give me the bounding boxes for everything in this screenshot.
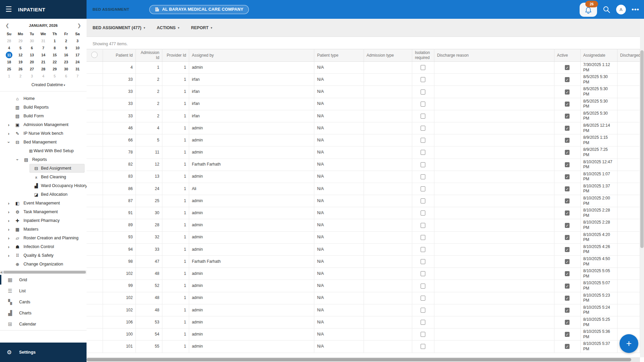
isolation-required-checkbox[interactable] [421,223,425,228]
calendar-day[interactable]: 5 [15,44,26,51]
sidebar-item-task-management[interactable]: ›⚙Task Management [0,207,87,216]
active-checkbox[interactable]: ✓ [565,259,570,264]
calendar-day[interactable]: 1 [49,37,60,44]
chevron-right-icon[interactable]: › [7,201,11,206]
active-checkbox[interactable]: ✓ [565,223,570,228]
active-checkbox[interactable]: ✓ [565,138,570,143]
chevron-right-icon[interactable]: › [7,209,11,215]
calendar-day[interactable]: 28 [38,65,49,72]
calendar-day[interactable]: 7 [38,44,49,51]
calendar-day[interactable]: 3 [26,72,38,79]
active-checkbox[interactable]: ✓ [565,174,570,179]
scrollbar-thumb[interactable] [640,50,644,248]
calendar-day[interactable]: 1 [3,72,15,79]
avatar[interactable]: A [616,5,626,14]
calendar-day[interactable]: 4 [3,44,15,51]
actions-dropdown[interactable]: ACTIONS▼ [157,25,180,30]
table-row[interactable]: 99521adminN/A✓8/10/2025 5:07 PM [87,280,640,292]
calendar-day[interactable]: 28 [3,37,15,44]
isolation-required-checkbox[interactable] [421,332,425,337]
isolation-required-checkbox[interactable] [421,186,425,191]
active-checkbox[interactable]: ✓ [565,77,570,82]
sidebar-item-home[interactable]: ⌂Home [0,94,87,103]
scrollbar-thumb[interactable] [3,271,86,274]
chevron-right-icon[interactable]: › [7,244,11,249]
isolation-required-checkbox[interactable] [421,126,425,131]
active-checkbox[interactable]: ✓ [565,247,570,252]
calendar-day[interactable]: 2 [15,72,26,79]
active-checkbox[interactable]: ✓ [565,150,570,155]
calendar-day[interactable]: 21 [38,58,49,65]
active-checkbox[interactable]: ✓ [565,296,570,301]
table-row[interactable]: 3321irfanN/A✓8/5/2025 5:30 PM [87,98,640,110]
chevron-right-icon[interactable]: › [7,236,11,241]
settings-button[interactable]: ⚙ Settings [0,343,87,362]
sidebar-item-ip-nurse-work-bench[interactable]: ›✎IP Nurse Work bench [0,129,87,138]
sidebar-item-ward-with-bed-setup[interactable]: ⊞Ward With Bed Setup [0,146,87,155]
active-checkbox[interactable]: ✓ [565,235,570,240]
sidebar-item-bed-assignment[interactable]: ⊟Bed Assignment [0,164,87,173]
isolation-required-checkbox[interactable] [421,114,425,119]
isolation-required-checkbox[interactable] [421,235,425,240]
calendar-day[interactable]: 6 [26,44,38,51]
chevron-right-icon[interactable]: › [7,122,11,127]
calendar-day[interactable]: 31 [38,37,49,44]
table-row[interactable]: 101551adminN/A✓8/10/2025 5:37 PM [87,341,640,353]
isolation-required-checkbox[interactable] [421,89,425,95]
sidebar-item-build-form[interactable]: ▤Build Form [0,112,87,120]
isolation-required-checkbox[interactable] [421,296,425,301]
isolation-required-checkbox[interactable] [421,102,425,107]
chevron-right-icon[interactable]: › [7,253,11,258]
calendar-day[interactable]: 29 [15,37,26,44]
active-checkbox[interactable]: ✓ [565,344,570,349]
active-checkbox[interactable]: ✓ [565,284,570,289]
sidebar-item-bed-management[interactable]: ›⊟Bed Management [0,138,87,146]
calendar-day[interactable]: 25 [3,65,15,72]
isolation-required-checkbox[interactable] [421,271,425,276]
select-all-radio[interactable] [91,52,98,58]
isolation-required-checkbox[interactable] [421,77,425,82]
isolation-required-checkbox[interactable] [421,210,425,216]
table-row[interactable]: 83131adminN/A✓8/10/2025 1:07 PM [87,171,640,183]
table-row[interactable]: 89281adminN/A✓8/10/2025 2:28 PM [87,219,640,231]
table-row[interactable]: 100541adminN/A✓8/10/2025 5:36 PM [87,328,640,341]
active-checkbox[interactable]: ✓ [565,271,570,276]
isolation-required-checkbox[interactable] [421,247,425,252]
isolation-required-checkbox[interactable] [421,308,425,313]
search-button[interactable] [603,6,610,13]
table-row[interactable]: 106531adminN/A✓8/10/2025 5:25 PM [87,316,640,328]
table-row[interactable]: 93321adminN/A✓8/10/2025 4:20 PM [87,231,640,243]
scrollbar-left-arrow-icon[interactable]: ◀ [0,270,3,274]
calendar-day[interactable]: 13 [26,51,38,58]
table-row[interactable]: 102481adminN/A✓8/10/2025 5:24 PM [87,304,640,316]
calendar-day[interactable]: 20 [26,58,38,65]
calendar-day[interactable]: 12 [15,51,26,58]
calendar-day[interactable]: 8 [49,44,60,51]
table-row[interactable]: 86241AliN/A✓8/10/2025 1:37 PM [87,183,640,195]
calendar-day-selected[interactable]: 11 [3,51,15,58]
calendar-day[interactable]: 2 [60,37,72,44]
sidebar-horizontal-scrollbar[interactable]: ◀ [0,270,87,274]
isolation-required-checkbox[interactable] [421,138,425,143]
active-checkbox[interactable]: ✓ [565,162,570,167]
company-selector-button[interactable]: AL BARAYA MEDICAL CARE COMPANY [149,5,249,14]
calendar-day[interactable]: 16 [60,51,72,58]
isolation-required-checkbox[interactable] [421,259,425,264]
active-checkbox[interactable]: ✓ [565,65,570,70]
calendar-day[interactable]: 31 [72,65,83,72]
calendar-day[interactable]: 17 [72,51,83,58]
calendar-day[interactable]: 4 [38,72,49,79]
hamburger-menu-icon[interactable]: ☰ [5,6,12,13]
calendar-prev-button[interactable]: ❮ [5,23,9,28]
table-row[interactable]: 82121Farhath FarhathN/A✓8/10/2025 12:47 … [87,159,640,171]
active-checkbox[interactable]: ✓ [565,89,570,95]
active-checkbox[interactable]: ✓ [565,186,570,191]
isolation-required-checkbox[interactable] [421,320,425,325]
calendar-day[interactable]: 5 [49,72,60,79]
view-item-charts[interactable]: ▟Charts [0,307,87,318]
calendar-day[interactable]: 29 [49,65,60,72]
isolation-required-checkbox[interactable] [421,150,425,155]
table-row[interactable]: 3321irfanN/A✓8/5/2025 5:30 PM [87,110,640,122]
sidebar-item-reports[interactable]: ›▤Reports [0,155,87,164]
table-row[interactable]: 91301adminN/A✓8/10/2025 2:28 PM [87,207,640,219]
